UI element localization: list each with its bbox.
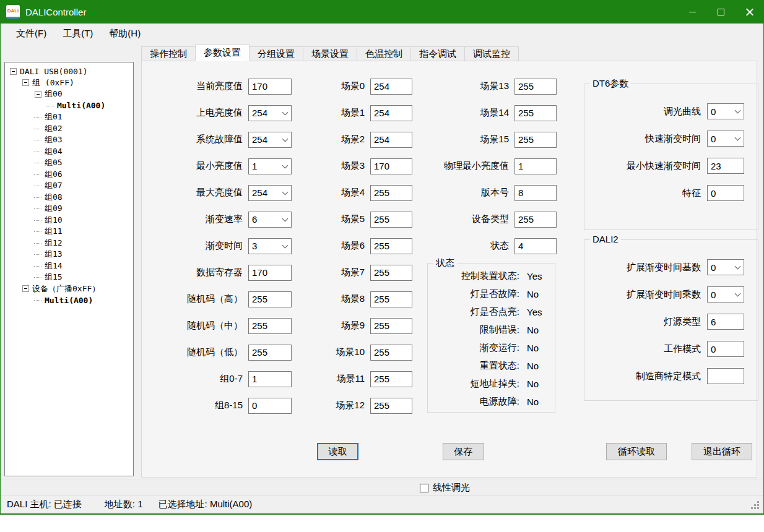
- info-field: [514, 132, 557, 148]
- field-input[interactable]: [707, 158, 744, 174]
- window-title: DALIController: [25, 7, 86, 17]
- tab[interactable]: 调试监控: [464, 46, 519, 61]
- info-row: 场景13: [433, 73, 557, 100]
- tree-item[interactable]: 组10: [5, 215, 133, 226]
- tab[interactable]: 参数设置: [195, 45, 250, 61]
- scene-input[interactable]: [370, 105, 412, 121]
- tree-item[interactable]: 组 (0xFF): [5, 77, 133, 89]
- tree-expander-icon[interactable]: [35, 91, 41, 98]
- menu-item[interactable]: 文件(F): [8, 24, 54, 44]
- tree-item[interactable]: 组00: [5, 88, 133, 100]
- tree-item[interactable]: DALI USB(0001): [5, 66, 133, 77]
- scene-input[interactable]: [370, 79, 412, 95]
- scene-input[interactable]: [370, 291, 412, 307]
- param-input[interactable]: [248, 291, 292, 307]
- scene-field: [370, 105, 412, 121]
- device-tree: DALI USB(0001) 组 (0xFF) 组00 Multi(A00) 组…: [4, 62, 134, 476]
- info-input[interactable]: [514, 132, 557, 148]
- info-input[interactable]: [514, 238, 557, 254]
- tree-item[interactable]: 组14: [5, 260, 133, 272]
- tab[interactable]: 场景设置: [303, 46, 357, 61]
- scene-input[interactable]: [370, 345, 412, 361]
- tree-item[interactable]: Multi(A00): [5, 100, 133, 112]
- info-label: 场景15: [433, 134, 509, 145]
- param-input[interactable]: [248, 345, 292, 361]
- field-input[interactable]: [707, 314, 744, 330]
- scene-input[interactable]: [370, 158, 412, 174]
- dt6-fields: 调光曲线 快速渐变时间: [584, 84, 758, 207]
- param-input[interactable]: [248, 371, 292, 387]
- field-input[interactable]: [707, 341, 744, 357]
- param-field: [248, 132, 292, 148]
- info-input[interactable]: [514, 79, 557, 95]
- tree-item[interactable]: 组03: [5, 134, 133, 146]
- tree-item[interactable]: 组08: [5, 192, 133, 204]
- info-input[interactable]: [514, 158, 557, 174]
- scene-input[interactable]: [370, 265, 412, 281]
- read-button[interactable]: 读取: [317, 443, 358, 460]
- tree-item[interactable]: 组05: [5, 157, 133, 169]
- tab[interactable]: 分组设置: [249, 46, 303, 61]
- tree-item[interactable]: 组06: [5, 169, 133, 181]
- tree-item[interactable]: 组04: [5, 146, 133, 158]
- status-value: No: [527, 343, 539, 353]
- param-input[interactable]: [248, 265, 292, 281]
- tree-item[interactable]: 组13: [5, 249, 133, 260]
- scene-input[interactable]: [370, 238, 412, 254]
- tree-item-label: 组14: [45, 260, 63, 272]
- dt6-field-row: 最小快速渐变时间: [589, 152, 758, 179]
- scene-input[interactable]: [370, 318, 412, 334]
- tree-item[interactable]: 组12: [5, 238, 133, 249]
- scene-field: [370, 265, 412, 281]
- scene-field: [370, 318, 412, 334]
- scene-input[interactable]: [370, 212, 412, 228]
- exit-loop-button[interactable]: 退出循环: [692, 443, 752, 460]
- info-input[interactable]: [514, 185, 557, 201]
- field-input[interactable]: [707, 368, 744, 384]
- status-row: 限制错误: No: [428, 321, 555, 339]
- field-box: [707, 341, 744, 357]
- tab[interactable]: 操作控制: [141, 46, 196, 61]
- param-row: 系统故障值: [147, 126, 292, 153]
- minimize-button[interactable]: [678, 0, 706, 24]
- tree-item[interactable]: 组02: [5, 123, 133, 135]
- scene-input[interactable]: [370, 398, 412, 414]
- tree-item[interactable]: 组15: [5, 272, 133, 283]
- tab[interactable]: 指令调试: [410, 46, 465, 61]
- scene-column-1: 场景0 场景1 场景2: [303, 73, 412, 419]
- menu-item[interactable]: 工具(T): [54, 24, 101, 44]
- tree-item[interactable]: Multi(A00): [5, 294, 133, 306]
- tree-item[interactable]: 组01: [5, 111, 133, 123]
- field-input[interactable]: [707, 185, 744, 201]
- param-input[interactable]: [248, 398, 292, 414]
- maximize-button[interactable]: [706, 0, 735, 24]
- menu-item[interactable]: 帮助(H): [101, 24, 149, 44]
- scene-input[interactable]: [370, 185, 412, 201]
- tree-expander-icon[interactable]: [22, 79, 29, 86]
- tab[interactable]: 色温控制: [357, 46, 411, 61]
- linear-dimming-checkbox[interactable]: [420, 484, 428, 492]
- loop-read-button[interactable]: 循环读取: [606, 443, 667, 460]
- tree-expander-icon[interactable]: [22, 285, 29, 292]
- scene-input[interactable]: [370, 371, 412, 387]
- resize-grip[interactable]: [751, 501, 760, 510]
- param-row: 随机码（低）: [147, 339, 292, 366]
- close-button[interactable]: [735, 0, 763, 24]
- status-label: 灯是否点亮:: [428, 306, 519, 318]
- scene-input[interactable]: [370, 132, 412, 148]
- tree-item[interactable]: 组07: [5, 180, 133, 192]
- save-button[interactable]: 保存: [443, 443, 484, 460]
- info-input[interactable]: [514, 212, 557, 228]
- scene-column-2: 场景13 场景14 场景15: [433, 73, 557, 259]
- param-input[interactable]: [248, 318, 292, 334]
- info-label: 场景13: [433, 80, 509, 92]
- info-label: 版本号: [433, 187, 509, 199]
- tree-item[interactable]: 组11: [5, 226, 133, 238]
- tree-expander-icon[interactable]: [10, 68, 17, 75]
- tree-item[interactable]: 组09: [5, 203, 133, 215]
- param-input[interactable]: [248, 79, 292, 95]
- tree-item[interactable]: 设备（广播0xFF）: [5, 283, 133, 295]
- info-input[interactable]: [514, 105, 557, 121]
- scene-field: [370, 132, 412, 148]
- scene-row: 场景1: [303, 100, 412, 126]
